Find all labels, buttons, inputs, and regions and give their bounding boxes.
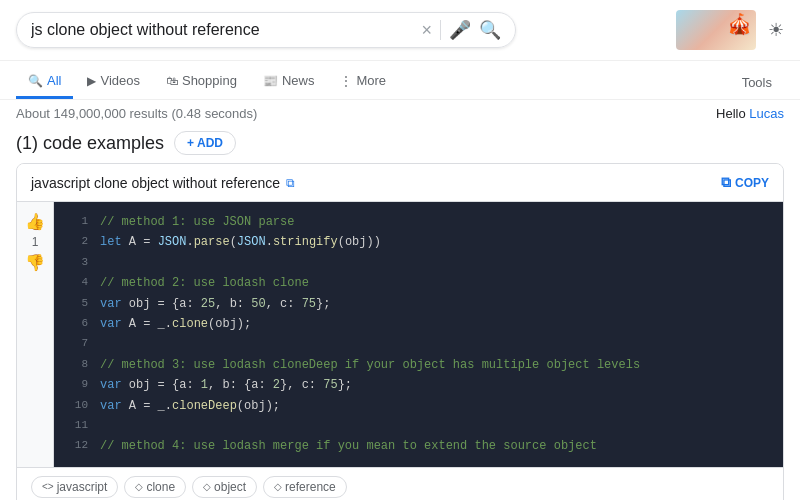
tab-shopping[interactable]: 🛍 Shopping: [154, 65, 249, 99]
line-num: 8: [68, 355, 88, 375]
card-title-text: javascript clone object without referenc…: [31, 175, 280, 191]
code-line-2: 2 let A = JSON.parse(JSON.stringify(obj)…: [68, 232, 769, 252]
clear-icon: ×: [421, 20, 432, 40]
code-line-8: 8 // method 3: use lodash cloneDeep if y…: [68, 355, 769, 375]
code-content: var A = _.clone(obj);: [100, 314, 251, 334]
header: × 🎤 🔍 🎪 ☀: [0, 0, 800, 61]
code-content: [100, 416, 107, 436]
copy-button[interactable]: ⧉ COPY: [721, 174, 769, 191]
code-content: let A = JSON.parse(JSON.stringify(obj)): [100, 232, 381, 252]
nav-tabs: 🔍 All ▶ Videos 🛍 Shopping 📰 News ⋮ More …: [0, 61, 800, 100]
thumb-down-button[interactable]: 👎: [25, 253, 45, 272]
tag-diamond-icon: ◇: [135, 481, 143, 492]
more-tab-label: More: [356, 73, 386, 88]
thumbs-col: 👍 1 👎: [17, 202, 54, 467]
code-card-header: javascript clone object without referenc…: [17, 164, 783, 202]
tag-clone-label: clone: [146, 480, 175, 494]
line-num: 2: [68, 232, 88, 252]
code-content: var A = _.cloneDeep(obj);: [100, 396, 280, 416]
header-illustration: 🎪: [676, 10, 756, 50]
results-info-bar: About 149,000,000 results (0.48 seconds)…: [0, 100, 800, 127]
code-content: [100, 253, 107, 273]
thumb-up-button[interactable]: 👍: [25, 212, 45, 231]
shopping-tab-label: Shopping: [182, 73, 237, 88]
line-num: 1: [68, 212, 88, 232]
dark-mode-button[interactable]: ☀: [768, 19, 784, 41]
tag-clone[interactable]: ◇ clone: [124, 476, 186, 498]
code-line-5: 5 var obj = {a: 25, b: 50, c: 75};: [68, 294, 769, 314]
line-num: 11: [68, 416, 88, 436]
clear-button[interactable]: ×: [421, 21, 432, 39]
code-line-3: 3: [68, 253, 769, 273]
tools-label: Tools: [742, 75, 772, 90]
line-num: 9: [68, 375, 88, 395]
search-bar: × 🎤 🔍: [16, 12, 516, 48]
tab-news[interactable]: 📰 News: [251, 65, 327, 99]
all-tab-icon: 🔍: [28, 74, 43, 88]
tab-more[interactable]: ⋮ More: [328, 65, 398, 99]
line-num: 10: [68, 396, 88, 416]
all-tab-label: All: [47, 73, 61, 88]
copy-label: COPY: [735, 176, 769, 190]
code-card-title: javascript clone object without referenc…: [31, 175, 295, 191]
code-line-9: 9 var obj = {a: 1, b: {a: 2}, c: 75};: [68, 375, 769, 395]
code-content: // method 4: use lodash merge if you mea…: [100, 436, 597, 456]
username: Lucas: [749, 106, 784, 121]
mic-icon: 🎤: [449, 20, 471, 40]
tab-all[interactable]: 🔍 All: [16, 65, 73, 99]
tab-videos[interactable]: ▶ Videos: [75, 65, 152, 99]
search-input[interactable]: [31, 21, 413, 39]
news-tab-label: News: [282, 73, 315, 88]
code-examples-section: (1) code examples + ADD javascript clone…: [16, 131, 784, 500]
code-line-1: 1 // method 1: use JSON parse: [68, 212, 769, 232]
code-line-11: 11: [68, 416, 769, 436]
search-icon: 🔍: [479, 20, 501, 40]
tag-object-label: object: [214, 480, 246, 494]
line-num: 6: [68, 314, 88, 334]
tag-reference-label: reference: [285, 480, 336, 494]
code-content: var obj = {a: 1, b: {a: 2}, c: 75};: [100, 375, 352, 395]
tag-diamond-icon3: ◇: [274, 481, 282, 492]
hello-text: Hello Lucas: [716, 106, 784, 121]
videos-tab-icon: ▶: [87, 74, 96, 88]
external-link-icon: ⧉: [286, 176, 295, 190]
copy-icon: ⧉: [721, 174, 731, 191]
add-button-label: + ADD: [187, 136, 223, 150]
tag-code-icon: <>: [42, 481, 54, 492]
line-num: 7: [68, 334, 88, 354]
tag-javascript-label: javascript: [57, 480, 108, 494]
results-count: About 149,000,000 results (0.48 seconds): [16, 106, 257, 121]
tag-diamond-icon2: ◇: [203, 481, 211, 492]
videos-tab-label: Videos: [100, 73, 140, 88]
line-num: 4: [68, 273, 88, 293]
tags-row: <> javascript ◇ clone ◇ object ◇ referen…: [17, 467, 783, 500]
code-with-thumbs: 👍 1 👎 1 // method 1: use JSON parse 2 le…: [17, 202, 783, 467]
mic-button[interactable]: 🎤: [449, 19, 471, 41]
code-block: 1 // method 1: use JSON parse 2 let A = …: [54, 202, 783, 467]
add-button[interactable]: + ADD: [174, 131, 236, 155]
search-button[interactable]: 🔍: [479, 19, 501, 41]
code-content: var obj = {a: 25, b: 50, c: 75};: [100, 294, 330, 314]
line-num: 5: [68, 294, 88, 314]
code-line-4: 4 // method 2: use lodash clone: [68, 273, 769, 293]
code-card: javascript clone object without referenc…: [16, 163, 784, 500]
dark-mode-icon: ☀: [768, 20, 784, 40]
tools-button[interactable]: Tools: [730, 67, 784, 98]
code-content: // method 2: use lodash clone: [100, 273, 309, 293]
tag-reference[interactable]: ◇ reference: [263, 476, 347, 498]
more-tab-icon: ⋮: [340, 74, 352, 88]
code-section-title: (1) code examples: [16, 133, 164, 154]
code-section-header: (1) code examples + ADD: [16, 131, 784, 155]
tag-javascript[interactable]: <> javascript: [31, 476, 118, 498]
code-content: // method 3: use lodash cloneDeep if you…: [100, 355, 640, 375]
header-right: 🎪 ☀: [676, 10, 784, 50]
code-content: [100, 334, 107, 354]
thumb-count: 1: [32, 235, 39, 249]
code-line-6: 6 var A = _.clone(obj);: [68, 314, 769, 334]
news-tab-icon: 📰: [263, 74, 278, 88]
code-line-12: 12 // method 4: use lodash merge if you …: [68, 436, 769, 456]
line-num: 12: [68, 436, 88, 456]
line-num: 3: [68, 253, 88, 273]
code-line-7: 7: [68, 334, 769, 354]
tag-object[interactable]: ◇ object: [192, 476, 257, 498]
